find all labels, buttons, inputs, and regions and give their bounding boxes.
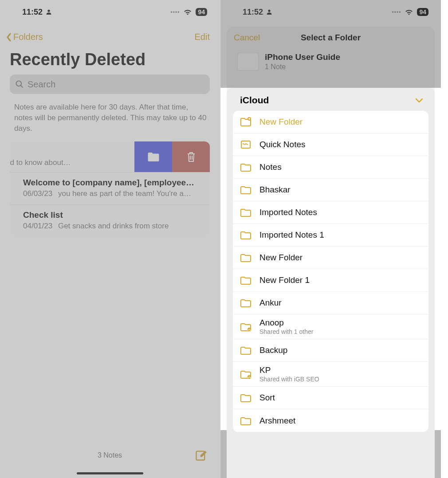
notes-list: iide ything you need to know about… Welc… bbox=[10, 141, 210, 237]
status-time: 11:52 bbox=[243, 8, 263, 17]
folder-icon bbox=[240, 208, 252, 217]
folder-name: Bhaskar bbox=[259, 185, 291, 195]
page-title: Recently Deleted bbox=[0, 42, 220, 74]
folder-name: Backup bbox=[259, 345, 287, 355]
folder-row[interactable]: KP Shared with iGB SEO bbox=[233, 362, 428, 387]
note-row-swiped[interactable]: iide ything you need to know about… bbox=[10, 141, 210, 172]
folder-row[interactable]: Imported Notes bbox=[233, 201, 428, 224]
folder-icon bbox=[240, 185, 252, 195]
search-icon bbox=[15, 80, 24, 89]
svg-point-10 bbox=[249, 376, 250, 377]
status-bar: 11:52 •••• 94 bbox=[220, 0, 441, 24]
compose-button[interactable] bbox=[195, 449, 207, 462]
screenshot-recently-deleted: 11:52 •••• 94 Folders Edit Recently Dele… bbox=[0, 0, 220, 478]
profile-icon bbox=[45, 8, 52, 16]
folder-icon bbox=[240, 253, 252, 263]
folder-icon bbox=[240, 230, 252, 240]
new-folder-label: New Folder bbox=[259, 117, 303, 127]
folder-icon bbox=[240, 393, 252, 403]
selected-note-count: 1 Note bbox=[265, 63, 340, 71]
note-snippet: Get snacks and drinks from store bbox=[58, 222, 169, 230]
folder-name: Imported Notes 1 bbox=[259, 230, 324, 240]
folder-icon bbox=[147, 151, 160, 163]
folder-name: KP bbox=[259, 365, 319, 375]
svg-point-8 bbox=[249, 328, 250, 329]
folder-row[interactable]: Sort bbox=[233, 387, 428, 409]
notes-count: 3 Notes bbox=[98, 451, 122, 459]
folder-row[interactable]: Imported Notes 1 bbox=[233, 224, 428, 247]
folder-row[interactable]: Anoop Shared with 1 other bbox=[233, 314, 428, 339]
edit-button[interactable]: Edit bbox=[195, 32, 210, 42]
note-snippet: you here as part of the team! You're a… bbox=[58, 189, 191, 198]
trash-icon bbox=[186, 151, 196, 163]
folder-row[interactable]: New Folder 1 bbox=[233, 269, 428, 292]
svg-point-0 bbox=[47, 10, 50, 12]
selected-note: iPhone User Guide 1 Note bbox=[227, 49, 435, 79]
folder-row[interactable]: Notes bbox=[233, 156, 428, 179]
swipe-delete-button[interactable] bbox=[172, 141, 210, 172]
swipe-move-button[interactable] bbox=[134, 141, 172, 172]
folder-row[interactable]: Ankur bbox=[233, 292, 428, 314]
search-input[interactable]: Search bbox=[10, 74, 210, 94]
home-indicator[interactable] bbox=[77, 472, 143, 474]
svg-line-2 bbox=[21, 86, 23, 88]
folder-name: Imported Notes bbox=[259, 208, 317, 217]
wifi-icon bbox=[405, 8, 413, 16]
folder-row[interactable]: New Folder bbox=[233, 247, 428, 269]
cancel-button[interactable]: Cancel bbox=[234, 33, 260, 43]
folder-subtitle: Shared with 1 other bbox=[259, 328, 313, 335]
svg-point-1 bbox=[16, 81, 22, 86]
folder-name: New Folder bbox=[259, 253, 303, 263]
bottom-toolbar: 3 Notes bbox=[0, 444, 220, 466]
modal-header: Cancel Select a Folder bbox=[227, 27, 435, 49]
back-folders-button[interactable]: Folders bbox=[6, 32, 43, 42]
search-placeholder: Search bbox=[28, 79, 55, 90]
note-date: 04/01/23 bbox=[23, 222, 52, 230]
battery-badge: 94 bbox=[417, 8, 428, 16]
back-label: Folders bbox=[13, 32, 43, 42]
status-bar: 11:52 •••• 94 bbox=[0, 0, 220, 24]
folder-row[interactable]: Quick Notes bbox=[233, 133, 428, 156]
shared-folder-icon bbox=[240, 369, 252, 379]
folder-name: Ankur bbox=[259, 298, 282, 308]
selected-note-title: iPhone User Guide bbox=[265, 52, 340, 62]
note-row[interactable]: Welcome to [company name], [employee… 06… bbox=[10, 172, 210, 205]
folder-list: New Folder Quick Notes Notes Bhaskar Imp… bbox=[233, 111, 428, 432]
note-title: iide bbox=[10, 147, 134, 157]
cellular-dots-icon: •••• bbox=[171, 9, 180, 15]
collapse-section-button[interactable] bbox=[415, 98, 423, 103]
folder-row[interactable]: Arshmeet bbox=[233, 409, 428, 432]
section-icloud: iCloud bbox=[240, 95, 269, 106]
folder-name: Notes bbox=[259, 162, 282, 172]
folder-plus-icon bbox=[240, 117, 252, 127]
profile-icon bbox=[266, 8, 273, 16]
folder-row[interactable]: Bhaskar bbox=[233, 179, 428, 201]
quick-notes-icon bbox=[240, 140, 252, 149]
folder-name: Arshmeet bbox=[259, 416, 295, 426]
wifi-icon bbox=[183, 8, 192, 16]
folder-icon bbox=[240, 416, 252, 426]
folder-name: New Folder 1 bbox=[259, 275, 310, 285]
shared-folder-icon bbox=[240, 322, 252, 332]
note-snippet: ything you need to know about… bbox=[10, 158, 134, 167]
cellular-dots-icon: •••• bbox=[392, 9, 401, 15]
screenshot-select-folder: 11:52 •••• 94 Cancel Select a Folder iPh… bbox=[220, 0, 441, 478]
folder-icon bbox=[240, 345, 252, 355]
note-row[interactable]: Check list 04/01/23 Get snacks and drink… bbox=[10, 205, 210, 237]
status-time: 11:52 bbox=[22, 8, 43, 17]
retention-info: Notes are available here for 30 days. Af… bbox=[0, 94, 220, 137]
note-title: Check list bbox=[23, 210, 201, 220]
svg-point-4 bbox=[268, 10, 270, 12]
folder-subtitle: Shared with iGB SEO bbox=[259, 376, 319, 383]
note-thumbnail bbox=[237, 53, 259, 71]
note-date: 06/03/23 bbox=[23, 189, 52, 198]
new-folder-button[interactable]: New Folder bbox=[233, 111, 428, 133]
folder-icon bbox=[240, 298, 252, 308]
folder-name: Anoop bbox=[259, 318, 313, 328]
folder-icon bbox=[240, 275, 252, 285]
battery-badge: 94 bbox=[196, 8, 207, 16]
folder-row[interactable]: Backup bbox=[233, 339, 428, 362]
folder-icon bbox=[240, 162, 252, 172]
folder-name: Sort bbox=[259, 393, 275, 403]
note-title: Welcome to [company name], [employee… bbox=[23, 178, 201, 188]
